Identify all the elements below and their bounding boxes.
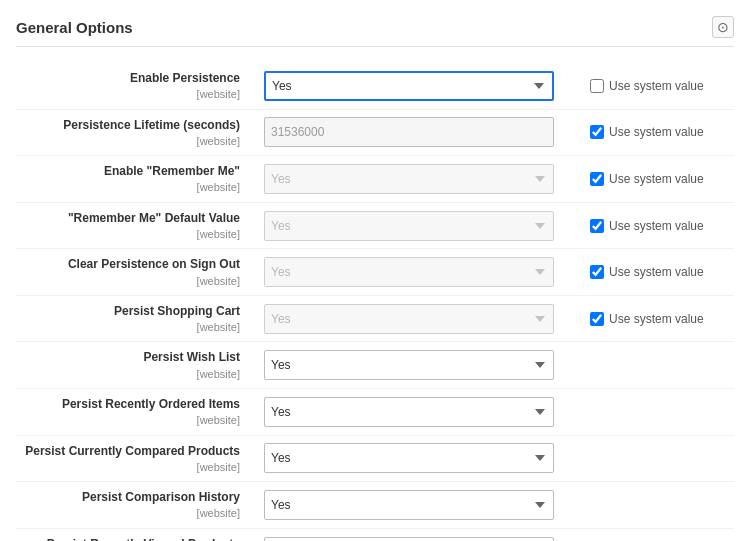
form-row-enable-persistence: Enable Persistence[website]YesNoUse syst… (16, 63, 734, 110)
select-remember-me-default: YesNo (264, 211, 554, 241)
field-label-persist-comparison-history: Persist Comparison History (82, 490, 240, 504)
field-sublabel-persist-wish-list: [website] (16, 367, 240, 382)
form-row-persist-recently-viewed: Persist Recently Viewed Products[website… (16, 529, 734, 541)
extra-cell-persistence-lifetime: Use system value (574, 125, 734, 139)
system-value-checkbox-enable-persistence[interactable] (590, 79, 604, 93)
form-row-remember-me-default: "Remember Me" Default Value[website]YesN… (16, 203, 734, 250)
field-cell-persist-wish-list: YesNo (256, 346, 574, 384)
field-cell-persist-recently-ordered: YesNo (256, 393, 574, 431)
select-enable-persistence[interactable]: YesNo (264, 71, 554, 101)
field-sublabel-persist-shopping-cart: [website] (16, 320, 240, 335)
extra-cell-remember-me-default: Use system value (574, 219, 734, 233)
system-value-label-enable-persistence: Use system value (609, 79, 704, 93)
field-sublabel-enable-persistence: [website] (16, 87, 240, 102)
field-cell-persistence-lifetime (256, 113, 574, 151)
system-value-label-persist-shopping-cart: Use system value (609, 312, 704, 326)
form-row-clear-persistence-sign-out: Clear Persistence on Sign Out[website]Ye… (16, 249, 734, 296)
extra-cell-persist-shopping-cart: Use system value (574, 312, 734, 326)
field-sublabel-persist-comparison-history: [website] (16, 506, 240, 521)
field-cell-enable-persistence: YesNo (256, 67, 574, 105)
label-cell-persistence-lifetime: Persistence Lifetime (seconds)[website] (16, 110, 256, 156)
select-enable-remember-me: YesNo (264, 164, 554, 194)
field-cell-persist-recently-viewed: YesNo (256, 533, 574, 541)
extra-cell-enable-persistence: Use system value (574, 79, 734, 93)
form-row-persistence-lifetime: Persistence Lifetime (seconds)[website]U… (16, 110, 734, 157)
system-value-wrapper-persistence-lifetime: Use system value (590, 125, 704, 139)
label-cell-persist-currently-compared: Persist Currently Compared Products[webs… (16, 436, 256, 482)
select-persist-recently-ordered[interactable]: YesNo (264, 397, 554, 427)
system-value-checkbox-persist-shopping-cart[interactable] (590, 312, 604, 326)
field-sublabel-clear-persistence-sign-out: [website] (16, 274, 240, 289)
field-cell-remember-me-default: YesNo (256, 207, 574, 245)
form-row-persist-wish-list: Persist Wish List[website]YesNo (16, 342, 734, 389)
field-label-persist-wish-list: Persist Wish List (143, 350, 240, 364)
field-label-persist-shopping-cart: Persist Shopping Cart (114, 304, 240, 318)
field-label-persistence-lifetime: Persistence Lifetime (seconds) (63, 118, 240, 132)
select-persist-currently-compared[interactable]: YesNo (264, 443, 554, 473)
system-value-checkbox-persistence-lifetime[interactable] (590, 125, 604, 139)
form-row-persist-comparison-history: Persist Comparison History[website]YesNo (16, 482, 734, 529)
system-value-wrapper-persist-shopping-cart: Use system value (590, 312, 704, 326)
system-value-label-persistence-lifetime: Use system value (609, 125, 704, 139)
field-cell-persist-currently-compared: YesNo (256, 439, 574, 477)
collapse-button[interactable]: ⊙ (712, 16, 734, 38)
field-sublabel-persist-recently-ordered: [website] (16, 413, 240, 428)
label-cell-persist-comparison-history: Persist Comparison History[website] (16, 482, 256, 528)
label-cell-persist-shopping-cart: Persist Shopping Cart[website] (16, 296, 256, 342)
field-cell-persist-shopping-cart: YesNo (256, 300, 574, 338)
label-cell-persist-recently-ordered: Persist Recently Ordered Items[website] (16, 389, 256, 435)
label-cell-enable-persistence: Enable Persistence[website] (16, 63, 256, 109)
section-header: General Options ⊙ (16, 16, 734, 47)
form-row-enable-remember-me: Enable "Remember Me"[website]YesNoUse sy… (16, 156, 734, 203)
field-sublabel-persistence-lifetime: [website] (16, 134, 240, 149)
field-label-persist-recently-ordered: Persist Recently Ordered Items (62, 397, 240, 411)
field-cell-enable-remember-me: YesNo (256, 160, 574, 198)
system-value-wrapper-enable-persistence: Use system value (590, 79, 704, 93)
form-container: Enable Persistence[website]YesNoUse syst… (16, 63, 734, 541)
system-value-checkbox-enable-remember-me[interactable] (590, 172, 604, 186)
select-persist-wish-list[interactable]: YesNo (264, 350, 554, 380)
input-persistence-lifetime (264, 117, 554, 147)
extra-cell-clear-persistence-sign-out: Use system value (574, 265, 734, 279)
field-label-clear-persistence-sign-out: Clear Persistence on Sign Out (68, 257, 240, 271)
field-sublabel-remember-me-default: [website] (16, 227, 240, 242)
system-value-wrapper-remember-me-default: Use system value (590, 219, 704, 233)
extra-cell-enable-remember-me: Use system value (574, 172, 734, 186)
field-label-enable-persistence: Enable Persistence (130, 71, 240, 85)
system-value-label-remember-me-default: Use system value (609, 219, 704, 233)
form-row-persist-currently-compared: Persist Currently Compared Products[webs… (16, 436, 734, 483)
system-value-checkbox-remember-me-default[interactable] (590, 219, 604, 233)
label-cell-clear-persistence-sign-out: Clear Persistence on Sign Out[website] (16, 249, 256, 295)
system-value-wrapper-enable-remember-me: Use system value (590, 172, 704, 186)
system-value-label-enable-remember-me: Use system value (609, 172, 704, 186)
select-clear-persistence-sign-out: YesNo (264, 257, 554, 287)
field-cell-persist-comparison-history: YesNo (256, 486, 574, 524)
system-value-wrapper-clear-persistence-sign-out: Use system value (590, 265, 704, 279)
label-cell-persist-recently-viewed: Persist Recently Viewed Products[website… (16, 529, 256, 541)
form-row-persist-recently-ordered: Persist Recently Ordered Items[website]Y… (16, 389, 734, 436)
label-cell-persist-wish-list: Persist Wish List[website] (16, 342, 256, 388)
page-title: General Options (16, 19, 133, 36)
form-row-persist-shopping-cart: Persist Shopping Cart[website]YesNoUse s… (16, 296, 734, 343)
field-cell-clear-persistence-sign-out: YesNo (256, 253, 574, 291)
system-value-checkbox-clear-persistence-sign-out[interactable] (590, 265, 604, 279)
select-persist-shopping-cart: YesNo (264, 304, 554, 334)
field-sublabel-enable-remember-me: [website] (16, 180, 240, 195)
field-sublabel-persist-currently-compared: [website] (16, 460, 240, 475)
label-cell-enable-remember-me: Enable "Remember Me"[website] (16, 156, 256, 202)
field-label-persist-currently-compared: Persist Currently Compared Products (25, 444, 240, 458)
label-cell-remember-me-default: "Remember Me" Default Value[website] (16, 203, 256, 249)
field-label-persist-recently-viewed: Persist Recently Viewed Products (47, 537, 240, 541)
field-label-enable-remember-me: Enable "Remember Me" (104, 164, 240, 178)
select-persist-recently-viewed[interactable]: YesNo (264, 537, 554, 541)
select-persist-comparison-history[interactable]: YesNo (264, 490, 554, 520)
system-value-label-clear-persistence-sign-out: Use system value (609, 265, 704, 279)
field-label-remember-me-default: "Remember Me" Default Value (68, 211, 240, 225)
